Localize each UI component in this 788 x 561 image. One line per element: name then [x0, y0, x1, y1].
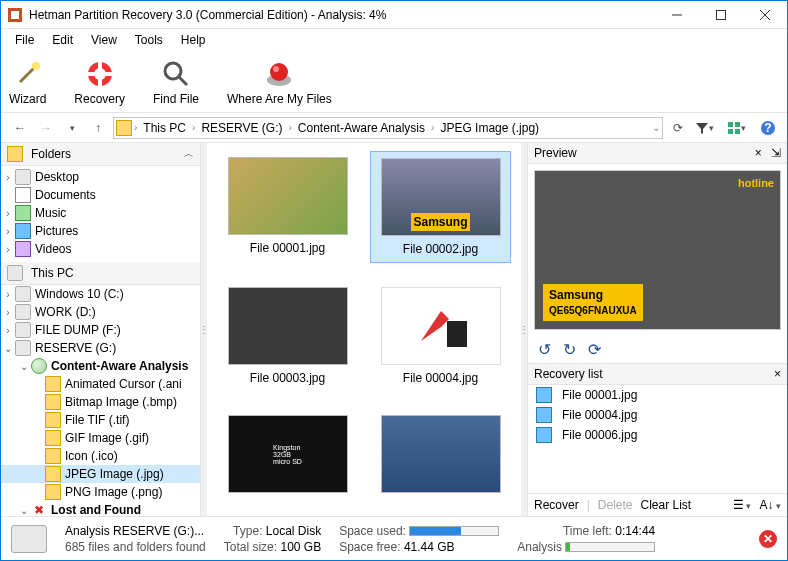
minimize-button[interactable] — [655, 1, 699, 29]
svg-point-12 — [165, 63, 181, 79]
image-icon — [536, 387, 552, 403]
find-file-button[interactable]: Find File — [153, 58, 199, 106]
analysis-progress-bar — [565, 542, 655, 552]
rotate-right-icon[interactable]: ↻ — [563, 340, 576, 359]
close-button[interactable] — [743, 1, 787, 29]
music-icon — [15, 205, 31, 221]
preview-controls: ↺ ↻ ⟳ — [528, 336, 787, 363]
tree-desktop[interactable]: ›Desktop — [1, 168, 200, 186]
sort-button[interactable]: A↓ — [759, 498, 781, 512]
desktop-icon — [15, 169, 31, 185]
folders-header: Folders ︿ — [1, 143, 200, 166]
tree-type-ico[interactable]: Icon (.ico) — [1, 447, 200, 465]
list-view-button[interactable]: ☰ — [733, 498, 752, 512]
recovery-button[interactable]: Recovery — [74, 58, 125, 106]
where-are-my-files-button[interactable]: Where Are My Files — [227, 58, 332, 106]
pc-icon — [7, 265, 23, 281]
thumbnail-image: Samsung — [381, 158, 501, 236]
refresh-icon[interactable]: ⟳ — [588, 340, 601, 359]
filter-button[interactable] — [693, 117, 715, 139]
file-item[interactable]: File 00003.jpg — [217, 281, 358, 391]
menu-edit[interactable]: Edit — [44, 31, 81, 49]
tree-type-png[interactable]: PNG Image (.png) — [1, 483, 200, 501]
tree-lost-found[interactable]: ⌄✖Lost and Found — [1, 501, 200, 516]
forward-button[interactable]: → — [35, 117, 57, 139]
chevron-up-icon[interactable]: ︿ — [184, 147, 194, 161]
crumb-this-pc[interactable]: This PC — [139, 121, 190, 135]
folders-title: Folders — [31, 147, 71, 161]
chevron-right-icon: › — [134, 122, 137, 133]
menu-file[interactable]: File — [7, 31, 42, 49]
analysis-icon — [31, 358, 47, 374]
back-button[interactable]: ← — [9, 117, 31, 139]
file-item[interactable]: Kingston32GBmicro SD File 00005.jpg — [217, 409, 358, 516]
pin-icon[interactable]: ⇲ — [771, 146, 781, 160]
tree-type-jpg[interactable]: JPEG Image (.jpg) — [1, 465, 200, 483]
space-used-bar — [409, 526, 499, 536]
svg-rect-20 — [735, 129, 740, 134]
lifebuoy-icon — [84, 58, 116, 90]
tree-type-tif[interactable]: File TIF (.tif) — [1, 411, 200, 429]
tree-type-bmp[interactable]: Bitmap Image (.bmp) — [1, 393, 200, 411]
tree-music[interactable]: ›Music — [1, 204, 200, 222]
recovery-item[interactable]: File 00001.jpg — [528, 385, 787, 405]
menubar: File Edit View Tools Help — [1, 29, 787, 51]
svg-text:?: ? — [764, 121, 771, 135]
menu-tools[interactable]: Tools — [127, 31, 171, 49]
tree-drive-c[interactable]: ›Windows 10 (C:) — [1, 285, 200, 303]
image-icon — [536, 427, 552, 443]
drive-icon — [15, 322, 31, 338]
main-body: Folders ︿ ›Desktop Documents ›Music ›Pic… — [1, 143, 787, 516]
wizard-button[interactable]: Wizard — [9, 58, 46, 106]
up-button[interactable]: ↑ — [87, 117, 109, 139]
tree-content-aware[interactable]: ⌄Content-Aware Analysis — [1, 357, 200, 375]
svg-point-16 — [273, 66, 279, 72]
view-options-button[interactable] — [725, 117, 747, 139]
folders-panel: Folders ︿ ›Desktop Documents ›Music ›Pic… — [1, 143, 201, 516]
tree-documents[interactable]: Documents — [1, 186, 200, 204]
close-icon[interactable]: × — [774, 367, 781, 381]
file-label: File 00001.jpg — [250, 241, 325, 255]
folder-icon — [45, 484, 61, 500]
recovery-item[interactable]: File 00004.jpg — [528, 405, 787, 425]
thispc-header[interactable]: This PC — [1, 262, 200, 285]
recover-button[interactable]: Recover — [534, 498, 579, 512]
chevron-right-icon: › — [289, 122, 292, 133]
rotate-left-icon[interactable]: ↺ — [538, 340, 551, 359]
tree-type-gif[interactable]: GIF Image (.gif) — [1, 429, 200, 447]
tree-videos[interactable]: ›Videos — [1, 240, 200, 258]
recovery-item[interactable]: File 00006.jpg — [528, 425, 787, 445]
history-dropdown[interactable] — [61, 117, 83, 139]
thumbnail-image — [228, 157, 348, 235]
svg-line-13 — [179, 77, 187, 85]
tree-drive-g[interactable]: ⌄RESERVE (G:) — [1, 339, 200, 357]
clear-list-button[interactable]: Clear List — [641, 498, 692, 512]
file-item[interactable]: File 00004.jpg — [370, 281, 511, 391]
close-icon[interactable]: × — [755, 146, 762, 160]
crumb-analysis[interactable]: Content-Aware Analysis — [294, 121, 429, 135]
file-item[interactable]: File 00006.jpg — [370, 409, 511, 516]
tree-type-ani[interactable]: Animated Cursor (.ani — [1, 375, 200, 393]
tree-drive-d[interactable]: ›WORK (D:) — [1, 303, 200, 321]
image-icon — [536, 407, 552, 423]
breadcrumb[interactable]: › This PC › RESERVE (G:) › Content-Aware… — [113, 117, 663, 139]
folder-icon — [45, 412, 61, 428]
tree-drive-f[interactable]: ›FILE DUMP (F:) — [1, 321, 200, 339]
chevron-down-icon[interactable]: ⌄ — [652, 122, 660, 133]
crumb-drive[interactable]: RESERVE (G:) — [197, 121, 286, 135]
file-label: File 00004.jpg — [403, 371, 478, 385]
file-item[interactable]: File 00001.jpg — [217, 151, 358, 263]
status-free: 41.44 GB — [404, 540, 455, 554]
maximize-button[interactable] — [699, 1, 743, 29]
cancel-analysis-button[interactable]: ✕ — [759, 530, 777, 548]
menu-help[interactable]: Help — [173, 31, 214, 49]
refresh-button[interactable]: ⟳ — [667, 117, 689, 139]
delete-button[interactable]: Delete — [598, 498, 633, 512]
crumb-jpeg[interactable]: JPEG Image (.jpg) — [436, 121, 543, 135]
thumbnail-image — [228, 287, 348, 365]
menu-view[interactable]: View — [83, 31, 125, 49]
tree-pictures[interactable]: ›Pictures — [1, 222, 200, 240]
help-button[interactable]: ? — [757, 117, 779, 139]
file-item[interactable]: Samsung File 00002.jpg — [370, 151, 511, 263]
preview-header: Preview × ⇲ — [528, 143, 787, 164]
